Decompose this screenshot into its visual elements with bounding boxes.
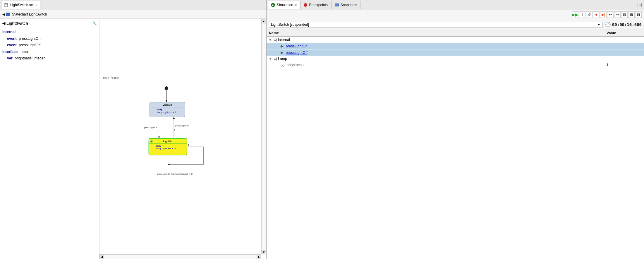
expand-btn[interactable]: ⊞: [628, 11, 635, 18]
breakpoints-icon: [304, 3, 307, 7]
self-arrowhead: [168, 164, 169, 165]
pressLightOff-row[interactable]: ▶ pressLightOff: [267, 49, 644, 56]
tab-close-btn[interactable]: ×: [35, 3, 37, 7]
lightoff-name: LightOff: [163, 104, 172, 106]
scroll-track-h[interactable]: [104, 255, 257, 259]
internal-keyword: internal: [2, 30, 16, 34]
right-tabs: ▶ Simulation × Breakpoints Snapshots: [268, 1, 360, 9]
initial-state: [164, 86, 168, 90]
internal-name: ≡} internal: [269, 38, 607, 42]
tab-simulation[interactable]: ▶ Simulation ×: [268, 1, 300, 9]
window-controls: — □: [633, 3, 643, 7]
scroll-right-btn[interactable]: ▶: [257, 255, 261, 259]
guard-label: pressLightOn [Lamp.brightness < 5]: [157, 173, 193, 175]
snapshots-icon: [335, 4, 339, 6]
lamp-icon: ≡}: [274, 57, 277, 61]
press-off-num: 2: [174, 129, 175, 131]
event-name-1: pressLightOn: [18, 37, 41, 41]
pressLightOn-row[interactable]: ▶ pressLightOn: [267, 43, 644, 49]
tab-bar: LightSwitch.sct ×: [0, 0, 266, 10]
step-btn[interactable]: ↺: [586, 11, 593, 18]
internal-label: internal: [278, 38, 290, 42]
region-label: main region: [103, 76, 119, 79]
simulation-tab-close[interactable]: ×: [295, 3, 297, 7]
lighton-entry-label: entry /: [156, 145, 162, 147]
name-column-header: Name: [269, 31, 607, 35]
sim-time-value: 00:00:16.600: [612, 22, 642, 27]
event-name-2: pressLightOff: [18, 43, 41, 47]
pressLightOff-link[interactable]: pressLightOff: [286, 51, 307, 55]
internal-icon: ≡}: [274, 38, 277, 42]
scroll-down-btn[interactable]: ▼: [262, 250, 266, 254]
lightoff-entry-label: entry /: [157, 108, 163, 111]
lamp-expand-arrow[interactable]: [269, 57, 272, 61]
interface-lamp: Lamp:: [18, 50, 29, 54]
sim-toolbar: ▶▶ ⏸ ↺ ■ ▶| ↩ ↪ ⊟ ⊞ ⊡: [267, 10, 644, 19]
press-on-event-icon: ▶: [281, 44, 284, 48]
lamp-label: Lamp: [278, 57, 287, 61]
lightswitch-tab[interactable]: LightSwitch.sct ×: [1, 1, 40, 9]
brightness-var-icon: (x): [281, 63, 284, 67]
svg-point-1: [5, 3, 6, 4]
outline-config-icon[interactable]: 🔧: [92, 21, 97, 25]
minimize-btn[interactable]: —: [633, 3, 637, 7]
pressLightOn-name: ▶ pressLightOn: [269, 44, 607, 48]
table-header: Name Value: [267, 30, 644, 37]
event-kw-1: event: [7, 37, 17, 41]
dropdown-arrow: ▼: [597, 23, 601, 27]
lighton-name: LightOn: [163, 140, 172, 143]
fit-btn[interactable]: ⊡: [635, 11, 642, 18]
right-tab-bar: ▶ Simulation × Breakpoints Snapshots — □: [267, 0, 644, 10]
brightness-name: (x) brightness: [269, 63, 607, 67]
scrollbar-vertical[interactable]: ▲ ▼: [261, 19, 266, 254]
tab-snapshots-label: Snapshots: [341, 3, 357, 7]
pause-btn[interactable]: ⏸: [579, 11, 585, 18]
forward-btn[interactable]: ↪: [614, 11, 621, 18]
event-kw-2: event: [7, 43, 17, 47]
stop-btn[interactable]: ■: [593, 11, 600, 18]
pressLightOff-name: ▶ pressLightOff: [269, 50, 607, 55]
value-column-header: Value: [607, 31, 642, 35]
back-btn[interactable]: ↩: [607, 11, 614, 18]
maximize-btn[interactable]: □: [638, 3, 642, 7]
tab-simulation-label: Simulation: [277, 3, 293, 7]
simulation-icon: ▶: [271, 3, 275, 7]
outline-title-label: LightSwitch: [6, 21, 28, 25]
lamp-row: ≡} Lamp: [267, 56, 644, 62]
scrollbar-horizontal[interactable]: ◀ ▶: [99, 254, 261, 259]
simulation-state-dropdown[interactable]: LightSwitch [suspended] ▼: [269, 22, 603, 28]
lighton-action: Lamp.brightness += 1: [156, 147, 176, 150]
scroll-left-btn[interactable]: ◀: [99, 255, 104, 259]
internal-row: ≡} internal: [267, 37, 644, 43]
internal-colon: :: [16, 30, 16, 34]
breadcrumb-text: Statechart LightSwitch: [12, 12, 47, 16]
diagram-panel: main region LightOff entry / Lamp.bright…: [99, 19, 266, 259]
tab-snapshots[interactable]: Snapshots: [332, 1, 360, 9]
scroll-up-btn[interactable]: ▲: [262, 19, 266, 23]
file-icon: [4, 3, 8, 7]
statechart-icon: [6, 13, 10, 16]
outline-title: ◀ LightSwitch 🔧: [1, 20, 98, 26]
lightoff-action: Lamp.brightness = 0: [157, 111, 176, 114]
sim-time-display: 🕐 00:00:16.600: [605, 22, 642, 27]
lamp-name: ≡} Lamp: [269, 57, 607, 61]
sim-header: LightSwitch [suspended] ▼ 🕐 00:00:16.600: [267, 19, 644, 30]
outline-expand-arrow[interactable]: ◀: [2, 21, 5, 25]
tab-breakpoints[interactable]: Breakpoints: [300, 1, 331, 9]
event-pressLightOff: event pressLightOff: [2, 42, 97, 49]
var-kw: var: [7, 56, 13, 60]
pressLightOn-link[interactable]: pressLightOn: [286, 44, 307, 48]
press-on-arrowhead: [158, 137, 160, 138]
var-name-brightness: brightness: integer: [14, 56, 45, 60]
press-off-label: pressLightOff: [175, 124, 189, 127]
scroll-track-v[interactable]: [262, 23, 266, 250]
collapse-btn[interactable]: ⊟: [621, 11, 628, 18]
clock-icon: 🕐: [605, 22, 611, 27]
run-to-end-btn[interactable]: ▶▶: [572, 11, 578, 18]
var-brightness: var brightness: integer: [2, 55, 97, 62]
tab-breakpoints-label: Breakpoints: [309, 3, 327, 7]
brightness-value: 1: [607, 63, 642, 67]
internal-expand-arrow[interactable]: [269, 38, 272, 42]
self-label: 1: [188, 144, 189, 146]
step-forward-btn[interactable]: ▶|: [600, 11, 607, 18]
